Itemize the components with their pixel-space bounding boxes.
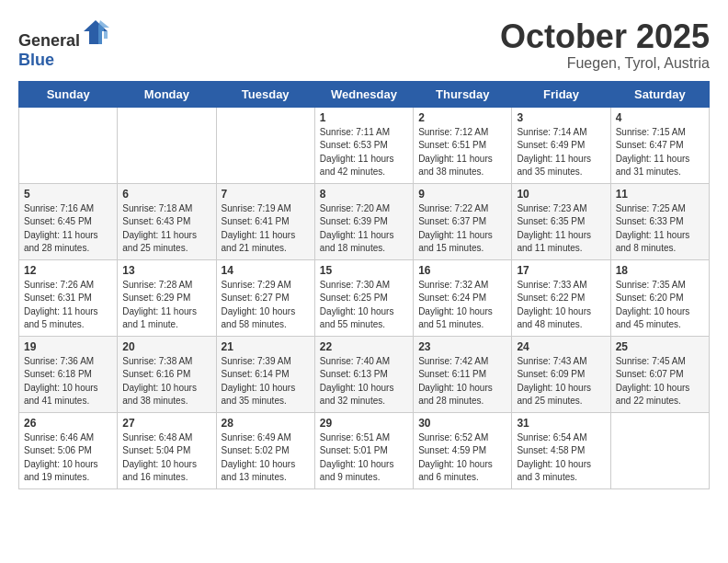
cell-content: Sunrise: 6:52 AM Sunset: 4:59 PM Dayligh… [418, 431, 506, 485]
calendar-cell: 23Sunrise: 7:42 AM Sunset: 6:11 PM Dayli… [414, 336, 512, 412]
cell-content: Sunrise: 6:54 AM Sunset: 4:58 PM Dayligh… [517, 431, 605, 485]
day-number: 18 [616, 264, 704, 277]
calendar-cell: 20Sunrise: 7:38 AM Sunset: 6:16 PM Dayli… [118, 336, 216, 412]
cell-content: Sunrise: 7:42 AM Sunset: 6:11 PM Dayligh… [418, 355, 506, 408]
logo-icon [82, 18, 109, 46]
week-row-4: 19Sunrise: 7:36 AM Sunset: 6:18 PM Dayli… [19, 336, 710, 412]
calendar-cell: 11Sunrise: 7:25 AM Sunset: 6:33 PM Dayli… [610, 183, 709, 259]
day-number: 25 [616, 340, 704, 353]
day-number: 15 [320, 264, 408, 277]
calendar-cell [216, 107, 314, 183]
week-row-1: 1Sunrise: 7:11 AM Sunset: 6:53 PM Daylig… [19, 107, 710, 183]
cell-content: Sunrise: 7:26 AM Sunset: 6:31 PM Dayligh… [24, 279, 112, 332]
cell-content: Sunrise: 7:20 AM Sunset: 6:39 PM Dayligh… [320, 202, 408, 256]
cell-content: Sunrise: 7:14 AM Sunset: 6:49 PM Dayligh… [517, 126, 605, 179]
calendar-cell [118, 107, 216, 183]
cell-content: Sunrise: 7:28 AM Sunset: 6:29 PM Dayligh… [122, 279, 210, 332]
week-row-5: 26Sunrise: 6:46 AM Sunset: 5:06 PM Dayli… [19, 412, 710, 488]
day-number: 3 [517, 111, 605, 124]
calendar-cell: 18Sunrise: 7:35 AM Sunset: 6:20 PM Dayli… [610, 259, 709, 336]
calendar-cell: 24Sunrise: 7:43 AM Sunset: 6:09 PM Dayli… [512, 336, 610, 412]
cell-content: Sunrise: 6:46 AM Sunset: 5:06 PM Dayligh… [24, 431, 112, 485]
logo-text: General Blue [18, 18, 109, 70]
cell-content: Sunrise: 7:32 AM Sunset: 6:24 PM Dayligh… [418, 279, 506, 332]
weekday-header-saturday: Saturday [610, 81, 709, 107]
day-number: 17 [517, 264, 605, 277]
cell-content: Sunrise: 7:40 AM Sunset: 6:13 PM Dayligh… [320, 355, 408, 408]
calendar-cell: 13Sunrise: 7:28 AM Sunset: 6:29 PM Dayli… [118, 259, 216, 336]
cell-content: Sunrise: 7:38 AM Sunset: 6:16 PM Dayligh… [122, 355, 210, 408]
logo-general: General [18, 31, 80, 50]
day-number: 14 [222, 264, 310, 277]
cell-content: Sunrise: 6:51 AM Sunset: 5:01 PM Dayligh… [320, 431, 408, 485]
title-block: October 2025 Fuegen, Tyrol, Austria [500, 18, 710, 72]
day-number: 19 [24, 340, 112, 353]
day-number: 16 [418, 264, 506, 277]
calendar-cell: 9Sunrise: 7:22 AM Sunset: 6:37 PM Daylig… [414, 183, 512, 259]
calendar-cell: 16Sunrise: 7:32 AM Sunset: 6:24 PM Dayli… [414, 259, 512, 336]
week-row-3: 12Sunrise: 7:26 AM Sunset: 6:31 PM Dayli… [19, 259, 710, 336]
day-number: 7 [222, 188, 310, 201]
calendar-cell: 26Sunrise: 6:46 AM Sunset: 5:06 PM Dayli… [19, 412, 118, 488]
location-subtitle: Fuegen, Tyrol, Austria [500, 55, 710, 72]
cell-content: Sunrise: 6:49 AM Sunset: 5:02 PM Dayligh… [222, 431, 310, 485]
page-header: General Blue October 2025 Fuegen, Tyrol,… [18, 18, 710, 72]
calendar-table: SundayMondayTuesdayWednesdayThursdayFrid… [18, 81, 710, 489]
week-row-2: 5Sunrise: 7:16 AM Sunset: 6:45 PM Daylig… [19, 183, 710, 259]
cell-content: Sunrise: 7:29 AM Sunset: 6:27 PM Dayligh… [222, 279, 310, 332]
calendar-cell: 21Sunrise: 7:39 AM Sunset: 6:14 PM Dayli… [216, 336, 314, 412]
day-number: 23 [418, 340, 506, 353]
calendar-cell: 28Sunrise: 6:49 AM Sunset: 5:02 PM Dayli… [216, 412, 314, 488]
weekday-header-friday: Friday [512, 81, 610, 107]
cell-content: Sunrise: 6:48 AM Sunset: 5:04 PM Dayligh… [122, 431, 210, 485]
logo-blue: Blue [18, 51, 54, 69]
day-number: 9 [418, 188, 506, 201]
day-number: 13 [122, 264, 210, 277]
day-number: 1 [320, 111, 408, 124]
calendar-cell: 25Sunrise: 7:45 AM Sunset: 6:07 PM Dayli… [610, 336, 709, 412]
cell-content: Sunrise: 7:35 AM Sunset: 6:20 PM Dayligh… [616, 279, 704, 332]
month-title: October 2025 [500, 18, 710, 55]
calendar-cell: 30Sunrise: 6:52 AM Sunset: 4:59 PM Dayli… [414, 412, 512, 488]
cell-content: Sunrise: 7:12 AM Sunset: 6:51 PM Dayligh… [418, 126, 506, 179]
cell-content: Sunrise: 7:18 AM Sunset: 6:43 PM Dayligh… [122, 202, 210, 256]
calendar-cell: 7Sunrise: 7:19 AM Sunset: 6:41 PM Daylig… [216, 183, 314, 259]
cell-content: Sunrise: 7:43 AM Sunset: 6:09 PM Dayligh… [517, 355, 605, 408]
calendar-cell: 8Sunrise: 7:20 AM Sunset: 6:39 PM Daylig… [314, 183, 413, 259]
calendar-cell: 14Sunrise: 7:29 AM Sunset: 6:27 PM Dayli… [216, 259, 314, 336]
cell-content: Sunrise: 7:11 AM Sunset: 6:53 PM Dayligh… [320, 126, 408, 179]
day-number: 4 [616, 111, 704, 124]
day-number: 22 [320, 340, 408, 353]
day-number: 12 [24, 264, 112, 277]
day-number: 11 [616, 188, 704, 201]
svg-marker-1 [98, 20, 109, 44]
day-number: 2 [418, 111, 506, 124]
day-number: 31 [517, 417, 605, 430]
cell-content: Sunrise: 7:23 AM Sunset: 6:35 PM Dayligh… [517, 202, 605, 256]
calendar-cell: 3Sunrise: 7:14 AM Sunset: 6:49 PM Daylig… [512, 107, 610, 183]
calendar-cell: 4Sunrise: 7:15 AM Sunset: 6:47 PM Daylig… [610, 107, 709, 183]
calendar-cell: 19Sunrise: 7:36 AM Sunset: 6:18 PM Dayli… [19, 336, 118, 412]
calendar-cell: 29Sunrise: 6:51 AM Sunset: 5:01 PM Dayli… [314, 412, 413, 488]
calendar-cell: 2Sunrise: 7:12 AM Sunset: 6:51 PM Daylig… [414, 107, 512, 183]
cell-content: Sunrise: 7:16 AM Sunset: 6:45 PM Dayligh… [24, 202, 112, 256]
weekday-header-thursday: Thursday [414, 81, 512, 107]
day-number: 24 [517, 340, 605, 353]
day-number: 20 [122, 340, 210, 353]
day-number: 27 [122, 417, 210, 430]
calendar-cell [19, 107, 118, 183]
day-number: 26 [24, 417, 112, 430]
day-number: 30 [418, 417, 506, 430]
calendar-cell: 1Sunrise: 7:11 AM Sunset: 6:53 PM Daylig… [314, 107, 413, 183]
day-number: 6 [122, 188, 210, 201]
day-number: 10 [517, 188, 605, 201]
calendar-cell: 5Sunrise: 7:16 AM Sunset: 6:45 PM Daylig… [19, 183, 118, 259]
calendar-cell: 10Sunrise: 7:23 AM Sunset: 6:35 PM Dayli… [512, 183, 610, 259]
calendar-cell: 6Sunrise: 7:18 AM Sunset: 6:43 PM Daylig… [118, 183, 216, 259]
cell-content: Sunrise: 7:22 AM Sunset: 6:37 PM Dayligh… [418, 202, 506, 256]
cell-content: Sunrise: 7:30 AM Sunset: 6:25 PM Dayligh… [320, 279, 408, 332]
calendar-cell: 31Sunrise: 6:54 AM Sunset: 4:58 PM Dayli… [512, 412, 610, 488]
logo: General Blue [18, 18, 109, 70]
cell-content: Sunrise: 7:36 AM Sunset: 6:18 PM Dayligh… [24, 355, 112, 408]
day-number: 8 [320, 188, 408, 201]
